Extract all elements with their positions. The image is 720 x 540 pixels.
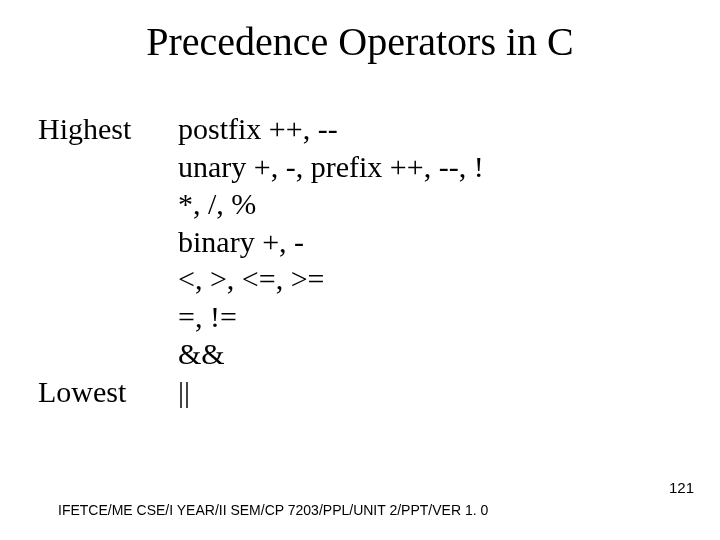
precedence-row: unary +, -, prefix ++, --, ! — [38, 148, 682, 186]
slide-title: Precedence Operators in C — [0, 18, 720, 65]
operators-level-0: postfix ++, -- — [178, 110, 682, 148]
label-lowest: Lowest — [38, 373, 178, 411]
label-spacer — [38, 185, 178, 223]
operators-level-5: =, != — [178, 298, 682, 336]
label-spacer — [38, 335, 178, 373]
page-number: 121 — [669, 479, 694, 496]
operators-level-3: binary +, - — [178, 223, 682, 261]
label-spacer — [38, 148, 178, 186]
precedence-row: *, /, % — [38, 185, 682, 223]
label-spacer — [38, 223, 178, 261]
slide-body: Highest postfix ++, -- unary +, -, prefi… — [38, 110, 682, 410]
precedence-row: binary +, - — [38, 223, 682, 261]
precedence-row: Highest postfix ++, -- — [38, 110, 682, 148]
operators-level-1: unary +, -, prefix ++, --, ! — [178, 148, 682, 186]
precedence-row: Lowest || — [38, 373, 682, 411]
slide: Precedence Operators in C Highest postfi… — [0, 0, 720, 540]
operators-level-2: *, /, % — [178, 185, 682, 223]
operators-level-7: || — [178, 373, 682, 411]
operators-level-4: <, >, <=, >= — [178, 260, 682, 298]
footer-text: IFETCE/ME CSE/I YEAR/II SEM/CP 7203/PPL/… — [58, 502, 488, 518]
label-spacer — [38, 298, 178, 336]
label-spacer — [38, 260, 178, 298]
label-highest: Highest — [38, 110, 178, 148]
precedence-row: && — [38, 335, 682, 373]
precedence-row: =, != — [38, 298, 682, 336]
precedence-row: <, >, <=, >= — [38, 260, 682, 298]
operators-level-6: && — [178, 335, 682, 373]
